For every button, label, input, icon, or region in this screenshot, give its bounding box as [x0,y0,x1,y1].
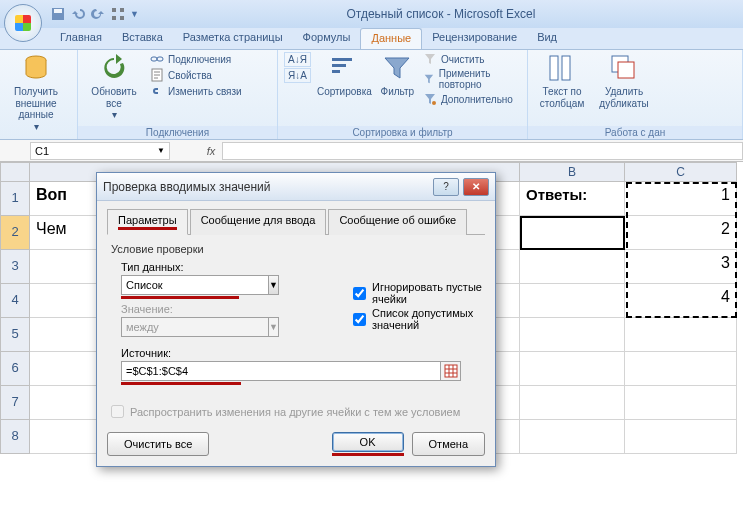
sort-button[interactable]: Сортировка [317,52,372,98]
properties-button[interactable]: Свойства [150,68,242,82]
advanced-filter-button[interactable]: Дополнительно [423,92,521,106]
save-icon[interactable] [50,6,66,22]
type-combo[interactable]: ▼ [121,275,241,295]
cell[interactable] [625,386,737,420]
properties-icon [150,68,164,82]
refresh-all-button[interactable]: Обновить все ▾ [84,52,144,121]
svg-rect-3 [120,8,124,12]
cell[interactable]: 2 [625,216,737,250]
text-to-columns-button[interactable]: Текст по столбцам [534,52,590,109]
cell[interactable] [520,318,625,352]
fx-icon[interactable]: fx [200,145,222,157]
tab-error-alert[interactable]: Сообщение об ошибке [328,209,467,235]
col-header-c[interactable]: C [625,162,737,182]
cell[interactable] [520,284,625,318]
name-box[interactable]: C1 ▼ [30,142,170,160]
group-sort-label: Сортировка и фильтр [278,126,527,139]
undo-icon[interactable] [70,6,86,22]
redo-icon[interactable] [90,6,106,22]
cell[interactable]: 4 [625,284,737,318]
grid-icon [444,364,458,378]
svg-rect-12 [332,70,340,73]
cell[interactable] [625,318,737,352]
condition-label: Условие проверки [111,243,485,255]
cell[interactable] [520,420,625,454]
tab-data[interactable]: Данные [360,28,422,49]
tab-view[interactable]: Вид [527,28,567,49]
reapply-button[interactable]: Применить повторно [423,68,521,90]
filter-button[interactable]: Фильтр [378,52,417,98]
cell[interactable] [520,216,625,250]
row-header[interactable]: 6 [0,352,30,386]
range-picker-button[interactable] [441,361,461,381]
chain-icon [150,84,164,98]
svg-point-13 [432,101,436,105]
chevron-down-icon: ▼ [269,317,279,337]
col-header-b[interactable]: B [520,162,625,182]
row-header[interactable]: 1 [0,182,30,216]
row-header[interactable]: 5 [0,318,30,352]
get-external-data-button[interactable]: Получить внешние данные ▾ [6,52,66,132]
source-label: Источник: [121,347,485,359]
tab-parameters[interactable]: Параметры [107,209,188,235]
chevron-down-icon[interactable]: ▼ [269,275,279,295]
ok-button[interactable]: OK [332,432,404,452]
tab-input-message[interactable]: Сообщение для ввода [190,209,327,235]
svg-rect-7 [151,57,157,61]
dialog-title: Проверка вводимых значений [103,180,271,194]
svg-rect-2 [112,8,116,12]
source-input[interactable] [121,361,441,381]
qat-icon[interactable] [110,6,126,22]
cell[interactable] [520,250,625,284]
svg-rect-18 [445,365,457,377]
cell[interactable] [625,420,737,454]
cell[interactable] [625,352,737,386]
svg-rect-8 [157,57,163,61]
svg-rect-11 [332,64,346,67]
group-connections-label: Подключения [78,126,277,139]
svg-rect-10 [332,58,352,61]
close-button[interactable]: ✕ [463,178,489,196]
tab-insert[interactable]: Вставка [112,28,173,49]
formula-bar[interactable] [222,142,743,160]
row-header[interactable]: 7 [0,386,30,420]
group-tools-label: Работа с дан [528,126,742,139]
row-header[interactable]: 8 [0,420,30,454]
sort-asc-button[interactable]: А↓Я [284,52,311,67]
qat-more-icon[interactable]: ▼ [130,9,139,19]
columns-icon [546,52,578,84]
quick-access-toolbar: ▼ [50,6,139,22]
clear-all-button[interactable]: Очистить все [107,432,209,456]
type-input[interactable] [121,275,269,295]
chevron-down-icon[interactable]: ▼ [157,146,165,155]
select-all-corner[interactable] [0,162,30,182]
ignore-blank-checkbox[interactable]: Игнорировать пустые ячейки [353,281,495,305]
svg-rect-1 [54,9,62,13]
remove-duplicates-button[interactable]: Удалить дубликаты [596,52,652,109]
cancel-button[interactable]: Отмена [412,432,485,456]
cell[interactable] [520,386,625,420]
in-cell-dropdown-checkbox[interactable]: Список допустимых значений [353,307,495,331]
cell[interactable]: 3 [625,250,737,284]
tab-review[interactable]: Рецензирование [422,28,527,49]
help-button[interactable]: ? [433,178,459,196]
svg-rect-4 [112,16,116,20]
advanced-icon [423,92,437,106]
row-header[interactable]: 4 [0,284,30,318]
sort-desc-button[interactable]: Я↓А [284,68,311,83]
office-button[interactable] [4,4,42,42]
row-header[interactable]: 2 [0,216,30,250]
clear-filter-button[interactable]: Очистить [423,52,521,66]
tab-formulas[interactable]: Формулы [293,28,361,49]
row-header[interactable]: 3 [0,250,30,284]
connections-button[interactable]: Подключения [150,52,242,66]
database-icon [20,52,52,84]
refresh-icon [98,52,130,84]
clear-icon [423,52,437,66]
cell[interactable]: Ответы: [520,182,625,216]
edit-links-button[interactable]: Изменить связи [150,84,242,98]
tab-layout[interactable]: Разметка страницы [173,28,293,49]
cell[interactable] [520,352,625,386]
cell[interactable]: 1 [625,182,737,216]
tab-home[interactable]: Главная [50,28,112,49]
